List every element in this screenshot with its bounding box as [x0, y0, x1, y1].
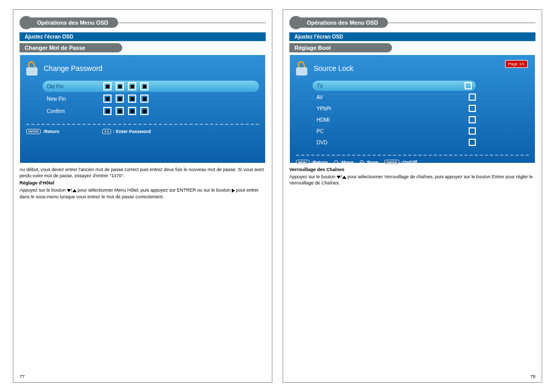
hint-onoff: :On/Off — [401, 160, 417, 165]
osd-screen-source-lock: Page 1/1 Source Lock TV AV YPbPr HDMI — [289, 54, 535, 163]
subsection-bar: Ajustez l'écran OSD — [289, 32, 535, 41]
old-pin-label: Old Pin — [47, 84, 103, 89]
screen-title-row: Source Lock — [296, 61, 529, 76]
pin-digit[interactable] — [140, 82, 149, 90]
leftright-icon: ◂▸ — [360, 160, 364, 164]
pin-digit[interactable] — [103, 95, 112, 103]
source-label: YPbPr — [317, 106, 331, 111]
text-paragraph: Au début, vous devez entrer l'ancien mot… — [20, 166, 266, 179]
confirm-pin-row[interactable]: Confirm — [47, 105, 259, 117]
subsection-bar: Ajustez l'écran OSD — [20, 32, 266, 41]
hint-page: :Page — [366, 160, 379, 165]
pin-digit[interactable] — [140, 95, 149, 103]
source-label: AV — [317, 95, 323, 100]
instruction-text: Verrouillage des Chaînes Appuyez sur le … — [289, 166, 535, 186]
text-paragraph: Appuyez sur le bouton / pour sélectionne… — [20, 187, 266, 199]
new-pin-label: New Pin — [47, 96, 103, 102]
source-label: DVD — [317, 140, 327, 145]
heading-channel-lock: Verrouillage des Chaînes — [289, 167, 344, 172]
key-enter: ENTER — [26, 129, 41, 134]
unlock-icon — [296, 61, 308, 76]
header-title: Opérations des Menu OSD — [301, 17, 388, 28]
pin-digit[interactable] — [128, 82, 136, 90]
heading-hotel: Réglage d'Hôtel — [20, 180, 54, 185]
screen-title: Source Lock — [313, 64, 354, 72]
pin-digit[interactable] — [128, 107, 136, 115]
new-pin-row[interactable]: New Pin — [47, 93, 259, 104]
source-row-ypbpr[interactable]: YPbPr — [317, 103, 476, 114]
checkbox[interactable] — [469, 127, 476, 135]
manual-page-left: Opérations des Menu OSD Ajustez l'écran … — [13, 9, 272, 383]
header-circle — [289, 16, 303, 29]
pin-digit[interactable] — [103, 107, 112, 115]
triangle-up-icon — [72, 189, 77, 192]
source-row-tv[interactable]: TV — [312, 81, 476, 91]
screen-title-row: Change Password — [26, 61, 259, 76]
header-circle — [20, 16, 33, 29]
page-badge: Page 1/1 — [505, 60, 528, 68]
checkbox[interactable] — [469, 116, 476, 123]
hint-bar: ENTER:Return 0-9: Enter Password — [26, 129, 259, 134]
triangle-down-icon — [337, 176, 341, 179]
text-paragraph: Appuyez sur le bouton / pour sélectionne… — [289, 174, 535, 186]
triangle-up-icon — [342, 176, 346, 179]
triangle-down-icon — [67, 189, 71, 192]
key-enter: ENTER — [384, 160, 399, 165]
hint-return: :Return — [311, 160, 328, 165]
osd-screen-change-password: Change Password Old Pin New Pin — [20, 54, 266, 163]
source-row-dvd[interactable]: DVD — [317, 137, 476, 147]
checkbox[interactable] — [469, 105, 476, 112]
hint-move: :Move — [340, 160, 354, 165]
old-pin-row[interactable]: Old Pin — [43, 81, 259, 92]
checkbox[interactable] — [469, 94, 476, 101]
source-row-av[interactable]: AV — [317, 92, 476, 102]
pin-digit[interactable] — [103, 82, 112, 90]
pin-digit[interactable] — [128, 95, 136, 103]
checkbox[interactable] — [465, 82, 472, 89]
checkbox[interactable] — [469, 139, 476, 146]
source-label: TV — [317, 83, 323, 89]
confirm-pin-label: Confirm — [47, 108, 103, 114]
divider-dashed — [296, 155, 529, 156]
pin-digit[interactable] — [116, 95, 124, 103]
instruction-text: Au début, vous devez entrer l'ancien mot… — [20, 166, 266, 200]
hint-bar: MENU:Return :Move ◂▸:Page ENTER:On/Off — [296, 160, 529, 165]
page-number: 77 — [20, 374, 25, 379]
subheader: Changer Mot de Passe — [20, 43, 122, 52]
hint-return: :Return — [43, 129, 59, 134]
source-label: PC — [317, 128, 324, 134]
pin-digit[interactable] — [140, 107, 149, 115]
subheader: Réglage Boot — [289, 43, 392, 52]
header-title: Opérations des Menu OSD — [31, 17, 118, 28]
key-menu: MENU — [296, 160, 309, 165]
hint-enter-password: : Enter Password — [113, 129, 151, 134]
section-header: Opérations des Menu OSD — [20, 16, 266, 29]
pin-digit[interactable] — [116, 107, 124, 115]
section-header: Opérations des Menu OSD — [289, 16, 535, 29]
source-row-pc[interactable]: PC — [317, 126, 476, 136]
manual-page-right: Opérations des Menu OSD Ajustez l'écran … — [283, 9, 542, 383]
updown-icon — [334, 160, 338, 164]
source-row-hdmi[interactable]: HDMI — [317, 115, 476, 125]
unlock-icon — [26, 61, 39, 76]
pin-digit[interactable] — [116, 82, 124, 90]
source-label: HDMI — [317, 117, 330, 123]
divider-dashed — [26, 124, 259, 125]
screen-title: Change Password — [44, 64, 102, 72]
page-number: 78 — [530, 374, 535, 379]
key-0-9: 0-9 — [102, 129, 111, 134]
